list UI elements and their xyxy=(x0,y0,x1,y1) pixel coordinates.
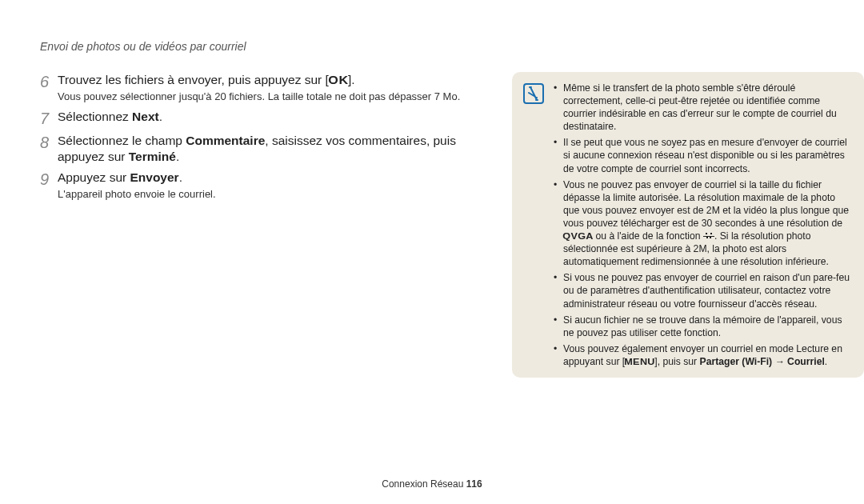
left-column: 6 Trouvez les fichiers à envoyer, puis a… xyxy=(40,72,488,206)
step-bold: Commentaire xyxy=(186,134,265,147)
note-text: . xyxy=(825,356,827,367)
step-6: 6 Trouvez les fichiers à envoyer, puis a… xyxy=(40,72,488,104)
note-bullet: Même si le transfert de la photo semble … xyxy=(554,82,853,133)
step-number: 7 xyxy=(40,109,58,128)
note-text: ou à l'aide de la fonction xyxy=(593,230,703,242)
note-box: Même si le transfert de la photo semble … xyxy=(512,72,864,378)
step-text: . xyxy=(159,110,162,123)
note-bullet: Il se peut que vous ne soyez pas en mesu… xyxy=(554,136,853,174)
qvga-icon: QVGA xyxy=(562,230,594,242)
step-text: . xyxy=(179,170,182,184)
note-list: Même si le transfert de la photo semble … xyxy=(554,82,853,368)
page-footer: Connexion Réseau 116 xyxy=(0,478,864,490)
manual-page: Envoi de photos ou de vidéos par courrie… xyxy=(0,0,864,504)
step-8: 8 Sélectionnez le champ Commentaire, sai… xyxy=(40,133,488,165)
step-number: 9 xyxy=(40,170,58,189)
step-9: 9 Appuyez sur Envoyer. L'appareil photo … xyxy=(40,170,488,202)
step-body: Appuyez sur Envoyer. L'appareil photo en… xyxy=(58,170,216,202)
page-header: Envoi de photos ou de vidéos par courrie… xyxy=(40,40,824,53)
step-text: . xyxy=(176,150,179,163)
step-body: Sélectionnez le champ Commentaire, saisi… xyxy=(58,133,488,165)
note-icon xyxy=(523,83,544,104)
right-column: Même si le transfert de la photo semble … xyxy=(512,72,864,378)
step-text: Trouvez les fichiers à envoyer, puis app… xyxy=(58,73,329,86)
step-number: 6 xyxy=(40,72,58,91)
step-subtext: L'appareil photo envoie le courriel. xyxy=(58,186,216,202)
step-body: Trouvez les fichiers à envoyer, puis app… xyxy=(58,72,460,104)
menu-icon: MENU xyxy=(623,356,656,368)
note-text: Vous ne pouvez pas envoyer de courriel s… xyxy=(563,179,849,229)
step-7: 7 Sélectionnez Next. xyxy=(40,109,488,128)
step-number: 8 xyxy=(40,133,58,152)
mode-icon xyxy=(703,231,714,239)
page-number: 116 xyxy=(466,478,482,490)
note-bullet: Si vous ne pouvez pas envoyer de courrie… xyxy=(554,271,853,310)
step-text: Sélectionnez le champ xyxy=(58,134,186,147)
step-subtext: Vous pouvez sélectionner jusqu'à 20 fich… xyxy=(58,88,460,104)
step-text: Sélectionnez xyxy=(58,110,132,123)
step-bold: Terminé xyxy=(129,150,176,163)
note-bullet: Vous pouvez également envoyer un courrie… xyxy=(554,342,853,368)
ok-icon: OK xyxy=(327,73,350,87)
step-bold: Next xyxy=(132,110,159,123)
note-bullet: Vous ne pouvez pas envoyer de courriel s… xyxy=(554,178,853,269)
step-body: Sélectionnez Next. xyxy=(58,109,162,125)
footer-section: Connexion Réseau xyxy=(382,478,466,490)
content-columns: 6 Trouvez les fichiers à envoyer, puis a… xyxy=(40,72,824,378)
note-text: ], puis sur xyxy=(654,356,699,367)
note-bullet: Si aucun fichier ne se trouve dans la mé… xyxy=(554,314,853,339)
step-text: Appuyez sur xyxy=(58,170,130,184)
step-bold: Envoyer xyxy=(130,170,178,184)
note-bold: Partager (Wi-Fi) → Courriel xyxy=(700,356,825,367)
